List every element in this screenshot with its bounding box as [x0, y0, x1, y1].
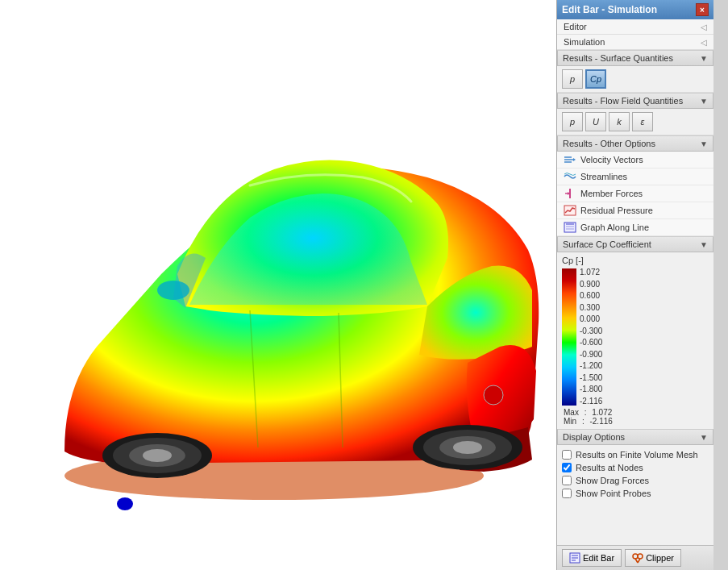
- flow-field-arrow: ▼: [700, 97, 708, 106]
- svg-line-32: [635, 559, 638, 563]
- cb-val-1: 0.900: [580, 281, 602, 289]
- display-options-arrow: ▼: [700, 433, 708, 442]
- min-value: -2.116: [589, 417, 612, 426]
- colorbar-section: Cp [-]: [557, 252, 713, 429]
- surface-quantities-label: Results - Surface Quantities: [563, 53, 673, 63]
- max-label: Max: [564, 408, 579, 417]
- point-probes-checkbox[interactable]: [562, 489, 572, 498]
- simulation-label: Simulation: [564, 37, 605, 47]
- svg-point-30: [633, 554, 638, 559]
- point-probes-row: Show Point Probes: [562, 487, 709, 500]
- cb-val-7: -0.900: [580, 351, 602, 359]
- cb-val-2: 0.600: [580, 292, 602, 300]
- svg-point-10: [157, 281, 189, 300]
- svg-rect-25: [562, 268, 576, 406]
- flow-field-header[interactable]: Results - Flow Field Quantities ▼: [557, 93, 713, 109]
- clipper-icon: [632, 552, 643, 564]
- min-label: Min: [564, 417, 576, 426]
- title-bar: Edit Bar - Simulation ×: [557, 0, 713, 19]
- bottom-toolbar: Edit Bar Clipper: [557, 545, 713, 570]
- flow-btn-k[interactable]: k: [609, 112, 630, 131]
- drag-forces-row: Show Drag Forces: [562, 474, 709, 487]
- close-button[interactable]: ×: [696, 3, 709, 16]
- svg-point-9: [143, 449, 172, 462]
- svg-point-5: [453, 441, 482, 454]
- flow-button-group: p U k ε: [557, 109, 713, 135]
- surface-btn-p[interactable]: p: [562, 69, 583, 89]
- edit-bar-icon: [569, 552, 580, 564]
- cb-val-8: -1.200: [580, 362, 602, 370]
- streamlines-icon: [564, 171, 576, 182]
- max-value: 1.072: [592, 408, 612, 417]
- velocity-vectors-item[interactable]: Velocity Vectors: [557, 152, 713, 169]
- cb-val-5: -0.300: [580, 327, 602, 335]
- surface-cp-header[interactable]: Surface Cp Coefficient ▼: [557, 236, 713, 252]
- velocity-vectors-icon: [564, 154, 576, 165]
- streamlines-label: Streamlines: [580, 172, 627, 181]
- streamlines-item[interactable]: Streamlines: [557, 169, 713, 185]
- cb-val-4: 0.000: [580, 315, 602, 323]
- results-nodes-label: Results at Nodes: [576, 463, 643, 472]
- panel-title: Edit Bar - Simulation: [562, 4, 657, 15]
- clipper-button[interactable]: Clipper: [625, 549, 681, 567]
- simulation-row[interactable]: Simulation ◁: [557, 35, 713, 50]
- surface-cp-arrow: ▼: [700, 240, 708, 249]
- graph-along-line-icon: [564, 222, 576, 233]
- flow-btn-u[interactable]: U: [585, 112, 606, 131]
- member-forces-item[interactable]: Member Forces: [557, 185, 713, 202]
- flow-btn-epsilon[interactable]: ε: [632, 112, 653, 131]
- finite-volume-label: Results on Finite Volume Mesh: [576, 450, 698, 460]
- svg-line-33: [638, 559, 640, 563]
- cb-val-9: -1.500: [580, 374, 602, 382]
- graph-along-line-item[interactable]: Graph Along Line: [557, 219, 713, 236]
- colorbar-labels: 1.072 0.900 0.600 0.300 0.000 -0.300 -0.…: [580, 268, 602, 406]
- drag-forces-label: Show Drag Forces: [576, 476, 649, 485]
- display-options-label: Display Options: [563, 432, 625, 442]
- cb-val-3: 0.300: [580, 304, 602, 312]
- colorbar-minmax: Max : 1.072 Min : -2.116: [562, 408, 709, 426]
- finite-volume-row: Results on Finite Volume Mesh: [562, 448, 709, 461]
- svg-point-11: [484, 385, 503, 405]
- finite-volume-checkbox[interactable]: [562, 450, 572, 460]
- residual-pressure-icon: [564, 205, 576, 216]
- drag-forces-checkbox[interactable]: [562, 476, 572, 485]
- other-options-label: Results - Other Options: [563, 139, 655, 148]
- colorbar-container: 1.072 0.900 0.600 0.300 0.000 -0.300 -0.…: [562, 268, 709, 406]
- cb-val-0: 1.072: [580, 268, 602, 277]
- clipper-label: Clipper: [646, 553, 674, 563]
- car-visualization: [0, 0, 556, 570]
- graph-along-line-label: Graph Along Line: [580, 223, 649, 232]
- surface-btn-cp[interactable]: Cp: [585, 69, 606, 89]
- member-forces-label: Member Forces: [580, 189, 643, 198]
- svg-point-12: [117, 497, 133, 510]
- residual-pressure-label: Residual Pressure: [580, 206, 653, 215]
- results-nodes-checkbox[interactable]: [562, 463, 572, 472]
- edit-bar-label: Edit Bar: [583, 553, 614, 563]
- surface-quantities-header[interactable]: Results - Surface Quantities ▼: [557, 50, 713, 66]
- colorbar-svg: [562, 268, 576, 406]
- display-options-header[interactable]: Display Options ▼: [557, 429, 713, 445]
- velocity-vectors-label: Velocity Vectors: [580, 155, 643, 164]
- edit-bar-button[interactable]: Edit Bar: [562, 549, 622, 567]
- cb-val-10: -1.800: [580, 385, 602, 393]
- flow-btn-p[interactable]: p: [562, 112, 583, 131]
- flow-field-label: Results - Flow Field Quantities: [563, 96, 683, 106]
- results-nodes-row: Results at Nodes: [562, 461, 709, 474]
- surface-quantities-arrow: ▼: [700, 54, 708, 63]
- other-options-arrow: ▼: [700, 139, 708, 148]
- right-panel: Edit Bar - Simulation × Editor ◁ Simulat…: [556, 0, 713, 570]
- simulation-arrow: ◁: [701, 38, 707, 47]
- editor-label: Editor: [564, 22, 587, 31]
- point-probes-label: Show Point Probes: [576, 489, 651, 498]
- editor-row[interactable]: Editor ◁: [557, 19, 713, 35]
- surface-button-group: p Cp: [557, 66, 713, 93]
- svg-marker-16: [573, 158, 576, 161]
- surface-cp-label: Surface Cp Coefficient: [563, 239, 651, 249]
- other-options-header[interactable]: Results - Other Options ▼: [557, 135, 713, 152]
- member-forces-icon: [564, 188, 576, 199]
- cb-val-11: -2.116: [580, 397, 602, 406]
- colorbar-title: Cp [-]: [562, 256, 709, 265]
- svg-point-31: [638, 554, 643, 559]
- editor-arrow: ◁: [701, 23, 707, 31]
- residual-pressure-item[interactable]: Residual Pressure: [557, 202, 713, 219]
